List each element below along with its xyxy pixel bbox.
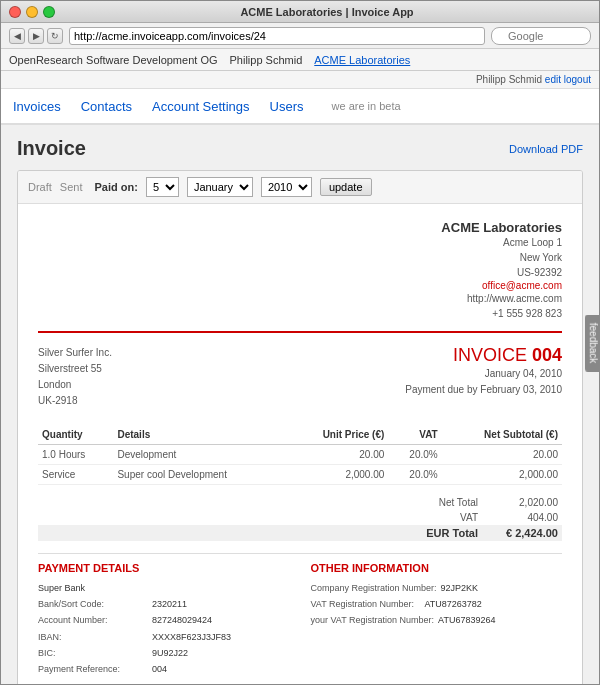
- vat-reg-value: ATU87263782: [424, 596, 481, 612]
- vat-row: VAT 404.00: [38, 510, 562, 525]
- client-city: London: [38, 377, 112, 393]
- company-postal: US-92392: [38, 265, 562, 280]
- logout-link[interactable]: logout: [564, 74, 591, 85]
- search-input[interactable]: [491, 27, 591, 45]
- forward-button[interactable]: ▶: [28, 28, 44, 44]
- bank-sort-row: Bank/Sort Code: 2320211: [38, 596, 290, 612]
- maximize-button[interactable]: [43, 6, 55, 18]
- payment-ref-label: Payment Reference:: [38, 661, 148, 677]
- nav-bar: Invoices Contacts Account Settings Users…: [1, 89, 599, 125]
- minimize-button[interactable]: [26, 6, 38, 18]
- row2-unit-price: 2,000.00: [286, 465, 388, 485]
- other-info-title: OTHER INFORMATION: [310, 562, 562, 574]
- bic-row: BIC: 9U92J22: [38, 645, 290, 661]
- company-name: ACME Laboratories: [38, 220, 562, 235]
- bic-label: BIC:: [38, 645, 148, 661]
- url-input[interactable]: [69, 27, 485, 45]
- your-vat-value: ATU67839264: [438, 612, 495, 628]
- bank-sort-value: 2320211: [152, 596, 187, 612]
- row2-net-subtotal: 2,000.00: [442, 465, 562, 485]
- content-area: Invoice Download PDF Draft Sent Paid on:…: [1, 125, 599, 684]
- company-reg-row: Company Registration Number: 92JP2KK: [310, 580, 562, 596]
- nav-account-settings[interactable]: Account Settings: [152, 99, 250, 114]
- net-total-value: 2,020.00: [498, 497, 558, 508]
- page-title: Invoice: [17, 137, 86, 160]
- edit-link[interactable]: edit: [545, 74, 561, 85]
- invoice-footer: PAYMENT DETAILS Super Bank Bank/Sort Cod…: [38, 553, 562, 677]
- payment-ref-row: Payment Reference: 004: [38, 661, 290, 677]
- address-bar: ◀ ▶ ↻ 🔍: [1, 23, 599, 49]
- company-reg-value: 92JP2KK: [441, 580, 479, 596]
- net-total-row: Net Total 2,020.00: [38, 495, 562, 510]
- client-street: Silverstreet 55: [38, 361, 112, 377]
- invoice-date: January 04, 2010: [405, 366, 562, 382]
- bookmark-philipp[interactable]: Philipp Schmid: [230, 54, 303, 66]
- year-select[interactable]: 2010: [261, 177, 312, 197]
- row2-quantity: Service: [38, 465, 113, 485]
- account-label: Account Number:: [38, 612, 148, 628]
- close-button[interactable]: [9, 6, 21, 18]
- back-button[interactable]: ◀: [9, 28, 25, 44]
- eur-total-value: € 2,424.00: [498, 527, 558, 539]
- day-select[interactable]: 5: [146, 177, 179, 197]
- user-bar: Philipp Schmid edit logout: [1, 71, 599, 89]
- bank-row: Super Bank: [38, 580, 290, 596]
- row1-net-subtotal: 20.00: [442, 445, 562, 465]
- company-city: New York: [38, 250, 562, 265]
- bic-value: 9U92J22: [152, 645, 188, 661]
- payment-details-section: PAYMENT DETAILS Super Bank Bank/Sort Cod…: [38, 562, 290, 677]
- account-value: 827248029424: [152, 612, 212, 628]
- bookmark-openresearch[interactable]: OpenResearch Software Development OG: [9, 54, 218, 66]
- nav-contacts[interactable]: Contacts: [81, 99, 132, 114]
- col-quantity: Quantity: [38, 425, 113, 445]
- row2-details: Super cool Development: [113, 465, 286, 485]
- col-net-subtotal: Net Subtotal (€): [442, 425, 562, 445]
- update-button[interactable]: update: [320, 178, 372, 196]
- totals-section: Net Total 2,020.00 VAT 404.00 EUR Total …: [38, 495, 562, 541]
- invoice-table: Quantity Details Unit Price (€) VAT Net …: [38, 425, 562, 485]
- iban-row: IBAN: XXXX8F623J3JF83: [38, 629, 290, 645]
- paid-on-label: Paid on:: [94, 181, 137, 193]
- table-row: 1.0 Hours Development 20.00 20.0% 20.00: [38, 445, 562, 465]
- draft-button[interactable]: Draft: [28, 181, 52, 193]
- payment-due: Payment due by February 03, 2010: [405, 382, 562, 398]
- window-controls: [9, 6, 55, 18]
- bookmark-acme[interactable]: ACME Laboratories: [314, 54, 410, 66]
- other-info-section: OTHER INFORMATION Company Registration N…: [310, 562, 562, 677]
- your-vat-row: your VAT Registration Number: ATU6783926…: [310, 612, 562, 628]
- client-info: Silver Surfer Inc. Silverstreet 55 Londo…: [38, 345, 112, 409]
- payment-details-title: PAYMENT DETAILS: [38, 562, 290, 574]
- invoice-container: Draft Sent Paid on: 5 January 2010 updat…: [17, 170, 583, 684]
- month-select[interactable]: January: [187, 177, 253, 197]
- nav-invoices[interactable]: Invoices: [13, 99, 61, 114]
- your-vat-label: your VAT Registration Number:: [310, 612, 434, 628]
- eur-total-label: EUR Total: [398, 527, 478, 539]
- refresh-button[interactable]: ↻: [47, 28, 63, 44]
- table-row: Service Super cool Development 2,000.00 …: [38, 465, 562, 485]
- bank-name: Super Bank: [38, 580, 85, 596]
- payment-ref-value: 004: [152, 661, 167, 677]
- username-text: Philipp Schmid: [476, 74, 542, 85]
- company-phone: +1 555 928 823: [38, 306, 562, 321]
- invoice-title-text: INVOICE 004: [405, 345, 562, 366]
- iban-label: IBAN:: [38, 629, 148, 645]
- vat-reg-label: VAT Registration Number:: [310, 596, 420, 612]
- bookmarks-bar: OpenResearch Software Development OG Phi…: [1, 49, 599, 71]
- row1-quantity: 1.0 Hours: [38, 445, 113, 465]
- vat-value: 404.00: [498, 512, 558, 523]
- status-bar: Draft Sent Paid on: 5 January 2010 updat…: [18, 171, 582, 204]
- sent-button[interactable]: Sent: [60, 181, 83, 193]
- client-postal: UK-2918: [38, 393, 112, 409]
- company-website: http://www.acme.com: [38, 291, 562, 306]
- nav-users[interactable]: Users: [270, 99, 304, 114]
- feedback-tab[interactable]: feedback: [585, 314, 600, 371]
- company-email: office@acme.com: [38, 280, 562, 291]
- net-total-label: Net Total: [398, 497, 478, 508]
- invoice-number: 004: [532, 345, 562, 365]
- invoice-body: ACME Laboratories Acme Loop 1 New York U…: [18, 204, 582, 684]
- download-pdf-link[interactable]: Download PDF: [509, 143, 583, 155]
- nav-buttons: ◀ ▶ ↻: [9, 28, 63, 44]
- vat-reg-row: VAT Registration Number: ATU87263782: [310, 596, 562, 612]
- row1-vat: 20.0%: [388, 445, 441, 465]
- title-bar: ACME Laboratories | Invoice App: [1, 1, 599, 23]
